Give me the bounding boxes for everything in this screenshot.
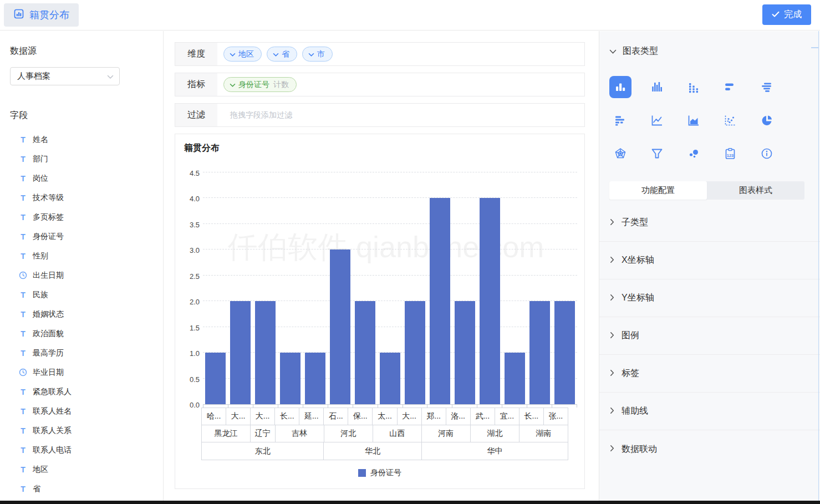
field-item[interactable]: T多页标签	[10, 207, 163, 227]
bar[interactable]	[255, 301, 276, 404]
chart-type-header[interactable]: 图表类型	[599, 31, 820, 57]
bar[interactable]	[205, 353, 226, 404]
field-item[interactable]: 出生日期	[10, 266, 163, 285]
axis-cell[interactable]: 河南	[421, 425, 470, 442]
config-section[interactable]: 标签	[599, 355, 820, 393]
axis-cell[interactable]: 保...	[348, 408, 372, 425]
config-tab[interactable]: 功能配置	[609, 181, 707, 200]
field-item[interactable]: T部门	[10, 149, 163, 169]
axis-cell[interactable]: 湖南	[519, 425, 568, 442]
chart-doc-tab[interactable]: 籍贯分布	[4, 3, 79, 27]
done-button[interactable]: 完成	[762, 4, 811, 25]
config-section[interactable]: X坐标轴	[599, 242, 820, 279]
chart-legend[interactable]: 身份证号	[175, 468, 584, 478]
field-item[interactable]: T姓名	[10, 130, 163, 149]
field-item[interactable]: T民族	[10, 285, 163, 304]
bar[interactable]	[554, 301, 575, 404]
axis-cell[interactable]: 黑龙江	[202, 425, 250, 442]
field-item[interactable]: T联系人关系	[10, 421, 163, 440]
bar[interactable]	[480, 198, 500, 404]
legend-label: 身份证号	[370, 468, 401, 478]
dimension-chip[interactable]: 市	[302, 47, 333, 62]
axis-cell[interactable]: 洛...	[446, 408, 470, 425]
field-item[interactable]: T身份证号	[10, 227, 163, 246]
field-item[interactable]: T最高学历	[10, 343, 163, 363]
bar[interactable]	[505, 353, 525, 404]
bar[interactable]	[405, 301, 425, 404]
bar[interactable]	[355, 301, 375, 404]
dimension-chip[interactable]: 地区	[223, 47, 262, 62]
field-item[interactable]: T技术等级	[10, 188, 163, 207]
bar[interactable]	[430, 198, 450, 404]
scatter-chart-icon[interactable]	[719, 109, 741, 131]
metric-chip[interactable]: 身份证号计数	[223, 77, 297, 92]
axis-cell[interactable]: 大...	[226, 408, 250, 425]
horizontal-stacked-bar-chart-icon[interactable]	[756, 76, 778, 98]
axis-cell[interactable]: 延...	[299, 408, 323, 425]
axis-cell[interactable]: 湖北	[470, 425, 519, 442]
panel-scrollbar[interactable]	[818, 31, 819, 501]
field-item[interactable]: T联系人电话	[10, 440, 163, 460]
config-tab[interactable]: 图表样式	[707, 181, 804, 200]
axis-cell[interactable]: 张...	[543, 408, 568, 425]
axis-cell[interactable]: 武...	[470, 408, 495, 425]
filter-dropzone[interactable]: 拖拽字段添加过滤	[217, 104, 584, 126]
line-chart-icon[interactable]	[646, 109, 668, 131]
axis-cell[interactable]: 华中	[421, 442, 568, 460]
bar[interactable]	[280, 353, 301, 404]
pie-chart-icon[interactable]	[756, 109, 778, 131]
numeric-card-icon[interactable]: 123	[719, 142, 741, 165]
axis-cell[interactable]: 郑...	[421, 408, 446, 425]
legend-swatch	[358, 469, 366, 477]
field-item[interactable]: T地区	[10, 460, 163, 479]
config-section[interactable]: 图例	[599, 317, 820, 355]
axis-cell[interactable]: 长...	[274, 408, 299, 425]
axis-cell[interactable]: 河北	[324, 425, 373, 442]
bar[interactable]	[529, 301, 550, 404]
field-item[interactable]: T省	[10, 479, 163, 498]
axis-cell[interactable]: 吉林	[275, 425, 324, 442]
funnel-chart-icon[interactable]	[646, 142, 668, 165]
bubble-chart-icon[interactable]	[683, 142, 705, 165]
bar[interactable]	[305, 353, 325, 404]
field-item[interactable]: T婚姻状态	[10, 304, 163, 324]
area-chart-icon[interactable]	[683, 109, 705, 131]
histogram-chart-icon[interactable]	[646, 76, 668, 98]
grouped-bar-chart-icon[interactable]	[683, 76, 705, 98]
axis-cell[interactable]: 哈...	[202, 408, 226, 425]
axis-cell[interactable]: 东北	[202, 442, 323, 460]
bar-chart-icon[interactable]	[609, 76, 631, 98]
axis-cell[interactable]: 石...	[323, 408, 348, 425]
config-section[interactable]: 辅助线	[599, 393, 820, 430]
field-item[interactable]: T紧急联系人	[10, 382, 163, 401]
axis-cell[interactable]: 大...	[397, 408, 421, 425]
axis-cell[interactable]: 山西	[373, 425, 421, 442]
field-item[interactable]: T政治面貌	[10, 324, 163, 343]
bar[interactable]	[455, 301, 475, 404]
field-item[interactable]: T岗位	[10, 169, 163, 188]
axis-cell[interactable]: 辽宁	[250, 425, 275, 442]
bar[interactable]	[380, 353, 400, 404]
bar[interactable]	[330, 250, 350, 404]
dimension-chips[interactable]: 地区省市	[217, 43, 584, 65]
config-section[interactable]: 数据联动	[599, 430, 820, 468]
axis-cell[interactable]: 大...	[250, 408, 274, 425]
radar-chart-icon[interactable]	[609, 142, 631, 165]
config-section[interactable]: Y坐标轴	[599, 279, 820, 317]
axis-cell[interactable]: 太...	[372, 408, 396, 425]
axis-cell[interactable]: 华北	[323, 442, 421, 460]
stacked-bar-chart-icon[interactable]	[609, 109, 631, 131]
field-item[interactable]: 毕业日期	[10, 363, 163, 382]
metric-chips[interactable]: 身份证号计数	[217, 73, 584, 96]
panel-drag-handle[interactable]	[811, 47, 818, 48]
datasource-select[interactable]: 人事档案	[10, 67, 120, 85]
field-item[interactable]: T性别	[10, 246, 163, 266]
bar[interactable]	[230, 301, 251, 404]
axis-cell[interactable]: 长...	[519, 408, 543, 425]
info-icon[interactable]	[756, 142, 778, 165]
dimension-chip[interactable]: 省	[267, 47, 297, 62]
config-section[interactable]: 子类型	[599, 204, 820, 242]
axis-cell[interactable]: 宜...	[495, 408, 519, 425]
field-item[interactable]: T联系人姓名	[10, 401, 163, 421]
horizontal-bar-chart-icon[interactable]	[719, 76, 741, 98]
